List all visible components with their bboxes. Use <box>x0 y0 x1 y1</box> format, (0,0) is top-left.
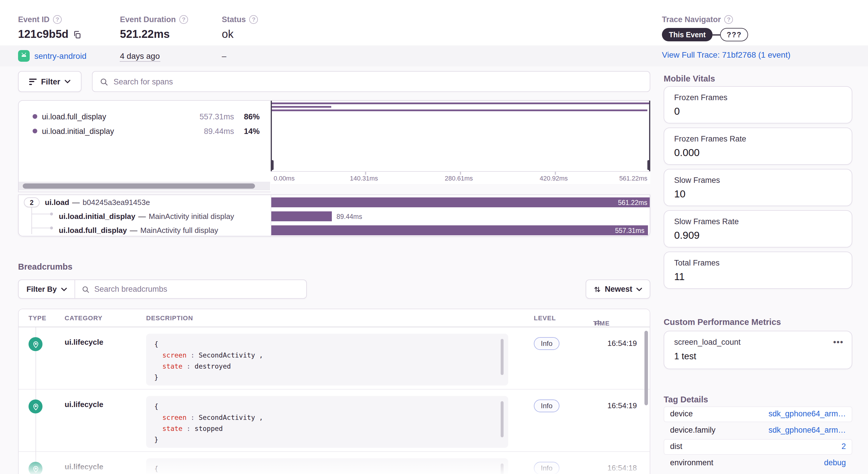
breadcrumb-description[interactable]: { screen : SecondActivity , state : dest… <box>146 334 508 385</box>
duration-label-row: Event Duration ? <box>120 15 188 24</box>
status-sub: – <box>222 51 226 61</box>
breadcrumb-time: 16:54:19 <box>578 339 637 348</box>
vital-card: Slow Frames 10 <box>664 169 852 206</box>
axis-tick <box>555 172 556 175</box>
span-row-label[interactable]: ui.load.full_display—MainActivity full d… <box>59 226 218 235</box>
event-duration-label: Event Duration <box>120 15 176 24</box>
breadcrumb-sort-button[interactable]: Newest <box>586 279 650 299</box>
filter-icon <box>29 78 37 85</box>
breadcrumb-description[interactable]: { screen : SecondActivity , state : stop… <box>146 396 508 448</box>
vital-value: 0 <box>674 106 680 118</box>
vital-label: Slow Frames Rate <box>674 217 739 226</box>
mobile-vitals-title: Mobile Vitals <box>664 74 715 83</box>
tag-value-link[interactable]: sdk_gphone64_arm… <box>769 426 846 435</box>
breadcrumbs-table-header: TYPE CATEGORY DESCRIPTION LEVEL TIME <box>19 309 650 327</box>
span-row-label[interactable]: ui.load.initial_display—MainActivity ini… <box>59 212 234 221</box>
unknown-trace-pill[interactable]: ??? <box>720 28 748 41</box>
minimap-bar <box>271 110 648 111</box>
span-duration: 561.22ms <box>618 199 650 206</box>
vital-label: Slow Frames <box>674 176 720 185</box>
span-filter-button[interactable]: Filter <box>18 71 82 92</box>
column-category: CATEGORY <box>65 315 102 321</box>
this-event-pill[interactable]: This Event <box>662 28 713 41</box>
horizontal-scrollbar[interactable] <box>19 182 270 190</box>
trace-navigator-label-row: Trace Navigator ? <box>662 15 733 24</box>
tag-value-link[interactable]: debug <box>824 458 846 467</box>
minimap-bar <box>271 106 331 108</box>
vital-value: 11 <box>674 271 685 283</box>
span-minimap[interactable] <box>271 100 650 171</box>
event-id-label: Event ID <box>18 15 50 24</box>
event-age: 4 days ago <box>120 51 160 62</box>
tag-value-link[interactable]: sdk_gphone64_arm… <box>769 409 846 418</box>
vital-label: Total Frames <box>674 259 719 267</box>
legend-item[interactable]: ui.load.full_display 557.31ms 86% <box>19 110 271 123</box>
event-detail-page: Event ID ? 121c9b5d sentry-android Event… <box>0 0 868 474</box>
chevron-down-icon <box>61 287 67 291</box>
table-scrollbar-thumb[interactable] <box>645 331 648 405</box>
help-icon[interactable]: ? <box>53 15 62 24</box>
breadcrumb-category: ui.lifecycle <box>65 462 103 471</box>
viewport-left-handle[interactable] <box>271 160 274 170</box>
help-icon[interactable]: ? <box>179 15 188 24</box>
custom-metric-card: screen_load_count ••• 1 test <box>664 331 852 369</box>
breadcrumbs-title: Breadcrumbs <box>18 262 72 271</box>
vital-card: Slow Frames Rate 0.909 <box>664 210 852 247</box>
span-bar[interactable]: 557.31ms <box>271 225 648 235</box>
event-id-value-row: 121c9b5d <box>18 28 81 41</box>
breadcrumbs-table: TYPE CATEGORY DESCRIPTION LEVEL TIME ui.… <box>18 308 650 474</box>
code-scrollbar-thumb[interactable] <box>501 339 503 375</box>
vital-label: Frozen Frames Rate <box>674 135 746 143</box>
breadcrumb-description[interactable]: { <box>146 458 508 474</box>
horizontal-scrollbar-thumb[interactable] <box>23 183 255 189</box>
time-axis: 0.00ms 140.31ms 280.61ms 420.92ms 561.22… <box>271 171 650 184</box>
span-bar[interactable]: 561.22ms <box>271 198 650 207</box>
column-description: DESCRIPTION <box>146 315 193 321</box>
copy-icon[interactable] <box>72 30 81 39</box>
breadcrumb-category: ui.lifecycle <box>65 400 103 409</box>
sort-label: Newest <box>605 285 632 294</box>
code-scrollbar-thumb[interactable] <box>501 401 503 437</box>
span-search-input[interactable] <box>114 77 643 86</box>
event-id-label-row: Event ID ? <box>18 15 62 24</box>
help-icon[interactable]: ? <box>724 15 733 24</box>
tag-key: device.family <box>670 426 715 435</box>
code-scrollbar-thumb[interactable] <box>501 464 503 474</box>
tree-connector <box>31 214 50 214</box>
span-filter-label: Filter <box>41 77 60 86</box>
tag-key: environment <box>670 458 713 467</box>
minimap-bar <box>271 102 650 104</box>
legend-dot <box>33 114 37 119</box>
tag-key: dist <box>670 442 682 451</box>
help-icon[interactable]: ? <box>249 15 258 24</box>
span-row-label[interactable]: ui.load—b04245a3ea91453e <box>45 198 150 207</box>
status-value: ok <box>222 28 234 41</box>
span-search <box>92 71 650 92</box>
breadcrumb-filter-button[interactable]: Filter By <box>19 280 75 298</box>
tag-key: device <box>670 409 693 418</box>
viewport-right-handle[interactable] <box>647 160 650 170</box>
axis-label: 561.22ms <box>619 175 647 182</box>
tree-connector <box>31 207 32 234</box>
event-duration-value: 521.22ms <box>120 28 170 41</box>
tag-value-link[interactable]: 2 <box>841 442 846 451</box>
overflow-menu-icon[interactable]: ••• <box>833 337 843 347</box>
span-bar[interactable] <box>271 211 332 221</box>
view-full-trace-link[interactable]: View Full Trace: 71bf2768 (1 event) <box>662 50 790 59</box>
breadcrumb-time: 16:54:19 <box>578 401 637 410</box>
axis-label: 140.31ms <box>350 175 378 182</box>
tag-row: device sdk_gphone64_arm… <box>664 407 852 422</box>
location-pin-icon <box>29 399 42 413</box>
project-link[interactable]: sentry-android <box>18 50 87 62</box>
breadcrumb-search-input[interactable] <box>94 285 300 294</box>
legend-percent: 14% <box>244 127 260 136</box>
event-id-value: 121c9b5d <box>18 28 68 41</box>
legend-duration: 557.31ms <box>199 112 234 121</box>
span-children-count[interactable]: 2 <box>24 198 39 207</box>
legend-item[interactable]: ui.load.initial_display 89.44ms 14% <box>19 125 271 138</box>
axis-tick <box>365 172 366 175</box>
level-badge: Info <box>534 462 559 474</box>
axis-label: 0.00ms <box>274 175 294 182</box>
vital-value: 0.909 <box>674 230 700 242</box>
level-badge: Info <box>534 399 559 412</box>
